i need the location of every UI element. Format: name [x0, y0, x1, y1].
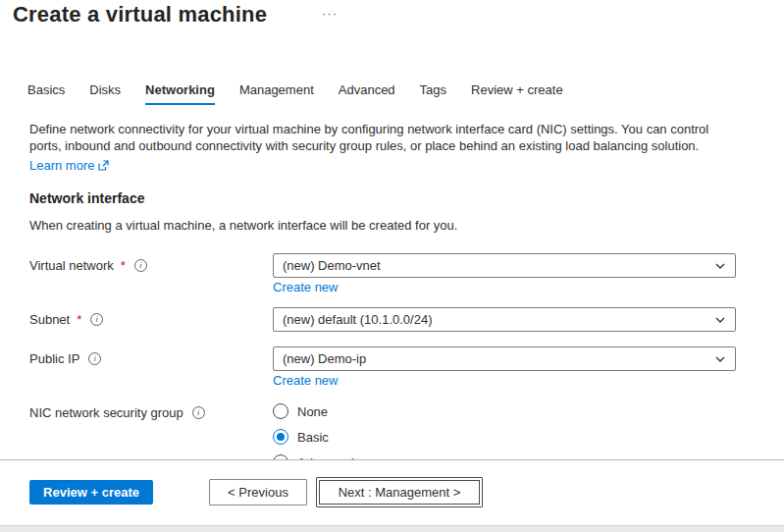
next-management-button-label: Next : Management >: [319, 480, 480, 505]
tab-advanced[interactable]: Advanced: [339, 82, 395, 105]
learn-more-link[interactable]: Learn more: [29, 157, 109, 174]
subnet-value: (new) default (10.1.0.0/24): [283, 312, 432, 327]
chevron-down-icon: [714, 260, 726, 272]
tab-description: Define network connectivity for your vir…: [29, 121, 732, 174]
radio-basic-label: Basic: [297, 430, 329, 445]
chevron-down-icon: [714, 314, 726, 326]
subnet-select[interactable]: (new) default (10.1.0.0/24): [273, 307, 736, 332]
tab-networking[interactable]: Networking: [145, 82, 215, 105]
create-new-vnet-link[interactable]: Create new: [273, 280, 338, 294]
page-title: Create a virtual machine: [13, 2, 267, 27]
review-create-button[interactable]: Review + create: [29, 480, 153, 505]
create-new-public-ip-link[interactable]: Create new: [273, 373, 338, 388]
tab-management[interactable]: Management: [239, 82, 314, 105]
tab-review-create[interactable]: Review + create: [471, 82, 563, 105]
virtual-network-label: Virtual network* i: [29, 253, 147, 277]
nic-nsg-label-text: NIC network security group: [29, 405, 183, 420]
tab-disks[interactable]: Disks: [89, 82, 121, 105]
radio-none[interactable]: None: [273, 399, 469, 424]
radio-none-label: None: [297, 404, 328, 419]
required-marker: *: [77, 312, 81, 327]
public-ip-label-text: Public IP: [29, 351, 79, 366]
previous-button[interactable]: < Previous: [209, 479, 307, 505]
info-icon[interactable]: i: [90, 313, 103, 326]
learn-more-label: Learn more: [29, 157, 94, 174]
public-ip-label: Public IP i: [29, 346, 101, 370]
public-ip-select[interactable]: (new) Demo-ip: [273, 346, 736, 371]
info-icon[interactable]: i: [192, 406, 205, 419]
radio-icon: [273, 403, 288, 419]
chevron-down-icon: [714, 353, 726, 365]
info-icon[interactable]: i: [88, 352, 101, 365]
subnet-label-text: Subnet: [29, 312, 70, 327]
virtual-network-label-text: Virtual network: [29, 258, 114, 273]
subnet-label: Subnet* i: [29, 307, 103, 331]
bottom-scrollbar-track[interactable]: [0, 525, 784, 532]
public-ip-value: (new) Demo-ip: [283, 351, 366, 366]
nic-nsg-label: NIC network security group i: [29, 400, 205, 424]
nic-nsg-radio-group: None Basic Advanced: [273, 399, 469, 459]
next-management-button[interactable]: Next : Management >: [316, 477, 483, 507]
radio-selected-icon: [273, 429, 288, 445]
virtual-network-select[interactable]: (new) Demo-vnet: [273, 253, 736, 278]
radio-advanced[interactable]: Advanced: [273, 450, 469, 459]
tab-basics[interactable]: Basics: [27, 82, 65, 105]
more-options-icon[interactable]: ···: [322, 6, 338, 21]
create-vm-page: Create a virtual machine ··· Basics Disk…: [0, 0, 784, 532]
section-subtitle: When creating a virtual machine, a netwo…: [29, 218, 457, 233]
tab-bar: Basics Disks Networking Management Advan…: [27, 82, 588, 105]
radio-basic[interactable]: Basic: [273, 424, 469, 450]
section-network-interface: Network interface: [29, 190, 144, 206]
tab-tags[interactable]: Tags: [420, 82, 446, 105]
required-marker: *: [121, 258, 126, 273]
virtual-network-value: (new) Demo-vnet: [283, 258, 381, 273]
tab-description-text: Define network connectivity for your vir…: [29, 122, 708, 153]
info-icon[interactable]: i: [134, 259, 147, 272]
footer-divider: [0, 459, 784, 460]
external-link-icon: [98, 160, 109, 171]
